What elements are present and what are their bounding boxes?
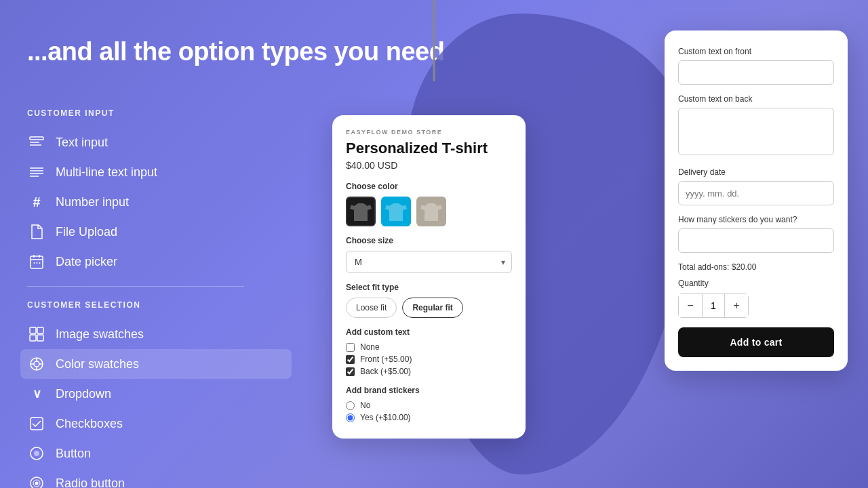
- product-card: EASYFLOW DEMO STORE Personalized T-shirt…: [332, 115, 526, 439]
- checkbox-back-label: Back (+$5.00): [360, 367, 411, 376]
- custom-front-label: Custom text on front: [678, 47, 834, 56]
- checkbox-front-label: Front (+$5.00): [360, 354, 412, 364]
- radio-yes-input[interactable]: [346, 413, 355, 422]
- fit-type-label: Select fit type: [346, 283, 512, 292]
- color-swatch-blue[interactable]: [381, 197, 411, 226]
- sidebar-divider: [27, 286, 244, 287]
- checkbox-front-input[interactable]: [346, 355, 355, 364]
- fit-btn-regular[interactable]: Regular fit: [402, 298, 462, 318]
- button-icon: [27, 444, 46, 463]
- size-select[interactable]: XS S M L XL: [346, 251, 512, 273]
- quantity-value: 1: [702, 294, 725, 317]
- delivery-date-input[interactable]: [678, 181, 834, 205]
- sidebar-item-dropdown[interactable]: ∨ Dropdown: [27, 379, 285, 409]
- custom-text-section: Add custom text None Front (+$5.00) Back…: [346, 327, 512, 376]
- sidebar-item-label: Text input: [56, 136, 108, 150]
- checkbox-none[interactable]: None: [346, 342, 512, 352]
- svg-point-12: [37, 262, 38, 264]
- choose-size-label: Choose size: [346, 236, 512, 245]
- radio-yes[interactable]: Yes (+$10.00): [346, 413, 512, 422]
- quantity-plus-button[interactable]: +: [725, 294, 748, 317]
- fit-btn-loose[interactable]: Loose fit: [346, 298, 397, 318]
- sidebar-item-radio-button[interactable]: Radio button: [27, 468, 285, 488]
- sidebar-item-label: Image swatches: [56, 327, 144, 342]
- checkbox-none-label: None: [360, 342, 380, 352]
- text-input-icon: [27, 133, 46, 152]
- svg-rect-16: [30, 335, 36, 341]
- sidebar-item-text-input[interactable]: Text input: [27, 127, 285, 157]
- multiline-icon: [27, 163, 46, 182]
- store-label: EASYFLOW DEMO STORE: [346, 129, 512, 136]
- add-to-cart-button[interactable]: Add to cart: [678, 327, 834, 357]
- product-price: $40.00 USD: [346, 160, 512, 171]
- delivery-date-label: Delivery date: [678, 167, 834, 177]
- quantity-minus-button[interactable]: −: [679, 294, 702, 317]
- checkbox-back[interactable]: Back (+$5.00): [346, 367, 512, 376]
- size-select-wrapper: XS S M L XL ▾: [346, 251, 512, 273]
- checkboxes-icon: [27, 414, 46, 433]
- sidebar-item-checkboxes[interactable]: Checkboxes: [27, 409, 285, 439]
- color-swatches-icon: [27, 354, 46, 373]
- custom-back-input[interactable]: [678, 108, 834, 155]
- brand-stickers-label: Add brand stickers: [346, 386, 512, 395]
- sidebar-item-label: Number input: [56, 195, 129, 209]
- stickers-quantity-input[interactable]: [678, 228, 834, 253]
- fit-buttons-group: Loose fit Regular fit: [346, 298, 512, 318]
- sidebar-item-color-swatches[interactable]: Color swatches: [20, 349, 292, 379]
- sidebar-item-image-swatches[interactable]: Image swatches: [27, 319, 285, 349]
- sidebar-item-file-upload[interactable]: File Upload: [27, 217, 285, 247]
- stickers-label: How many stickers do you want?: [678, 215, 834, 224]
- quantity-label: Quantity: [678, 279, 834, 288]
- color-swatches-group: [346, 197, 512, 226]
- checkbox-front[interactable]: Front (+$5.00): [346, 354, 512, 364]
- svg-rect-24: [31, 418, 43, 430]
- svg-point-13: [39, 262, 41, 264]
- quantity-control: − 1 +: [678, 293, 749, 318]
- custom-text-label: Add custom text: [346, 327, 512, 337]
- sidebar-item-label: File Upload: [56, 225, 117, 239]
- svg-rect-7: [31, 256, 43, 268]
- product-title: Personalized T-shirt: [346, 140, 512, 157]
- sidebar-item-label: Multi-line text input: [56, 165, 157, 180]
- checkbox-back-input[interactable]: [346, 367, 355, 376]
- section1-label: CUSTOMER INPUT: [27, 108, 285, 118]
- radio-no[interactable]: No: [346, 401, 512, 410]
- custom-back-label: Custom text on back: [678, 94, 834, 104]
- right-panel: Custom text on front Custom text on back…: [665, 30, 848, 371]
- number-input-icon: #: [27, 192, 46, 211]
- sidebar-item-label: Checkboxes: [56, 417, 123, 431]
- svg-point-26: [34, 451, 39, 456]
- sidebar-item-label: Color swatches: [56, 357, 139, 371]
- svg-point-29: [35, 482, 39, 485]
- sidebar-item-button[interactable]: Button: [27, 439, 285, 468]
- hanger-line: [433, 0, 435, 81]
- radio-no-input[interactable]: [346, 401, 355, 410]
- sidebar: CUSTOMER INPUT Text input Multi-line tex…: [27, 95, 285, 488]
- svg-point-19: [34, 361, 39, 367]
- sidebar-item-label: Radio button: [56, 476, 125, 489]
- image-swatches-icon: [27, 325, 46, 344]
- svg-rect-15: [37, 327, 43, 333]
- radio-button-icon: [27, 474, 46, 488]
- sidebar-item-number-input[interactable]: # Number input: [27, 187, 285, 217]
- section2-label: CUSTOMER SELECTION: [27, 300, 285, 310]
- file-upload-icon: [27, 222, 46, 241]
- svg-point-11: [34, 262, 35, 264]
- radio-yes-label: Yes (+$10.00): [360, 413, 411, 422]
- color-swatch-black[interactable]: [346, 197, 376, 226]
- sidebar-item-label: Date picker: [56, 255, 117, 269]
- sidebar-item-label: Dropdown: [56, 387, 111, 401]
- choose-color-label: Choose color: [346, 182, 512, 191]
- sidebar-item-multiline[interactable]: Multi-line text input: [27, 157, 285, 187]
- sidebar-item-date-picker[interactable]: Date picker: [27, 247, 285, 277]
- checkbox-none-input[interactable]: [346, 343, 355, 352]
- svg-rect-0: [30, 137, 43, 140]
- radio-no-label: No: [360, 401, 370, 410]
- total-addons: Total add-ons: $20.00: [678, 262, 834, 272]
- color-swatch-gray[interactable]: [416, 197, 446, 226]
- custom-front-input[interactable]: [678, 60, 834, 85]
- date-picker-icon: [27, 252, 46, 271]
- sidebar-item-label: Button: [56, 447, 91, 461]
- dropdown-icon: ∨: [27, 384, 46, 403]
- svg-rect-17: [37, 335, 43, 341]
